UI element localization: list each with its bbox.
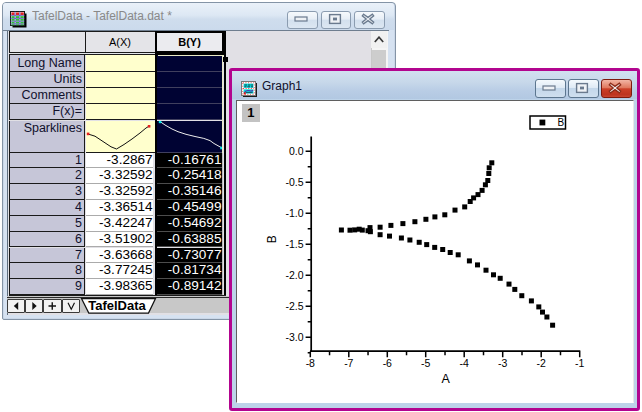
svg-text:-3.0: -3.0 xyxy=(285,331,303,343)
svg-text:-2.0: -2.0 xyxy=(285,269,303,281)
svg-text:-1: -1 xyxy=(575,357,584,369)
svg-text:B: B xyxy=(558,117,565,128)
svg-text:B: B xyxy=(266,235,280,243)
svg-text:-1.5: -1.5 xyxy=(285,238,303,250)
svg-text:-2.5: -2.5 xyxy=(285,300,303,312)
svg-text:-7: -7 xyxy=(344,357,353,369)
svg-text:0.0: 0.0 xyxy=(289,145,304,157)
svg-text:-5: -5 xyxy=(421,357,430,369)
svg-text:-2: -2 xyxy=(537,357,546,369)
svg-text:-6: -6 xyxy=(383,357,392,369)
svg-text:A: A xyxy=(442,372,451,386)
svg-text:-3: -3 xyxy=(498,357,507,369)
svg-text:-8: -8 xyxy=(306,357,315,369)
svg-text:-4: -4 xyxy=(460,357,469,369)
svg-text:-1.0: -1.0 xyxy=(285,207,303,219)
svg-text:-0.5: -0.5 xyxy=(285,176,303,188)
